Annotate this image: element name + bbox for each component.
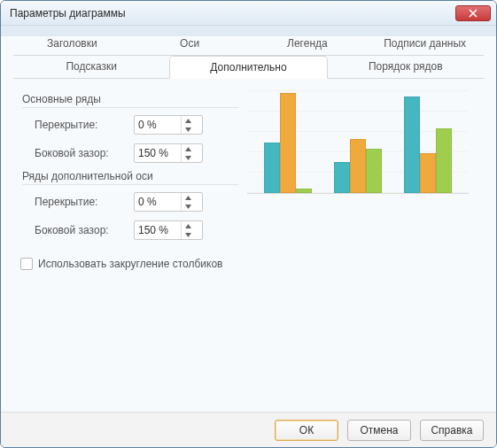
rounded-columns-label: Использовать закругление столбиков	[38, 258, 222, 270]
cancel-button[interactable]: Отмена	[347, 420, 411, 441]
rounded-columns-row: Использовать закругление столбиков	[20, 258, 238, 270]
spinner-buttons	[181, 193, 195, 211]
bar	[350, 139, 366, 193]
group-main-series: Основные ряды	[22, 93, 238, 108]
bar	[404, 97, 420, 193]
spin-up[interactable]	[182, 144, 195, 153]
dialog-footer: ОК Отмена Справка	[1, 412, 496, 447]
gap-label-2: Боковой зазор:	[35, 224, 134, 236]
tab-data-labels[interactable]: Подписи данных	[366, 33, 484, 55]
spin-up[interactable]	[182, 221, 195, 230]
bar	[420, 153, 436, 193]
chart-preview-column	[247, 89, 478, 406]
tabs-row-1: Заголовки Оси Легенда Подписи данных	[13, 33, 484, 56]
tab-series-order[interactable]: Порядок рядов	[328, 56, 484, 78]
overlap-main-input[interactable]	[135, 116, 181, 134]
spin-down[interactable]	[182, 125, 195, 134]
window-title: Параметры диаграммы	[10, 7, 455, 19]
tab-headers[interactable]: Заголовки	[13, 33, 131, 55]
overlap-label-2: Перекрытие:	[35, 196, 134, 208]
spin-up[interactable]	[182, 193, 195, 202]
spinner-buttons	[181, 144, 195, 162]
close-icon	[469, 9, 478, 18]
gap-main-input[interactable]	[135, 144, 181, 162]
tab-body: Основные ряды Перекрытие: Боковой зазор:	[13, 79, 484, 412]
overlap-secondary-spinner[interactable]	[134, 192, 203, 212]
gap-label: Боковой зазор:	[35, 147, 134, 159]
chart-plot-area	[247, 89, 469, 194]
tab-legend[interactable]: Легенда	[249, 33, 367, 55]
field-overlap-main: Перекрытие:	[35, 113, 238, 136]
gap-secondary-input[interactable]	[135, 221, 181, 239]
bar	[366, 149, 382, 193]
chart-preview	[247, 89, 469, 205]
bar	[264, 143, 280, 193]
overlap-main-spinner[interactable]	[134, 115, 203, 135]
bar	[280, 93, 296, 193]
field-overlap-secondary: Перекрытие:	[35, 190, 238, 213]
bar-group	[400, 97, 456, 193]
overlap-label: Перекрытие:	[35, 119, 134, 131]
spin-down[interactable]	[182, 202, 195, 211]
spin-up[interactable]	[182, 116, 195, 125]
tab-advanced[interactable]: Дополнительно	[169, 56, 327, 79]
tabs: Заголовки Оси Легенда Подписи данных Под…	[13, 33, 484, 79]
rounded-columns-checkbox[interactable]	[20, 258, 33, 270]
tabs-row-2: Подсказки Дополнительно Порядок рядов	[13, 56, 484, 79]
bar	[334, 162, 350, 193]
ok-button[interactable]: ОК	[275, 420, 338, 441]
gap-secondary-spinner[interactable]	[134, 220, 203, 240]
group-secondary-series: Ряды дополнительной оси	[22, 170, 238, 185]
field-gap-secondary: Боковой зазор:	[35, 219, 238, 242]
tab-tooltips[interactable]: Подсказки	[13, 56, 169, 78]
field-gap-main: Боковой зазор:	[35, 142, 238, 165]
overlap-secondary-input[interactable]	[135, 193, 181, 211]
dialog-content: Заголовки Оси Легенда Подписи данных Под…	[1, 26, 496, 412]
bar-group	[260, 93, 316, 193]
spin-down[interactable]	[182, 153, 195, 162]
close-button[interactable]	[455, 5, 491, 21]
gap-main-spinner[interactable]	[134, 143, 203, 163]
spinner-buttons	[181, 221, 195, 239]
titlebar: Параметры диаграммы	[1, 1, 496, 26]
spinner-buttons	[181, 116, 195, 134]
bar	[436, 128, 452, 193]
help-button[interactable]: Справка	[420, 420, 484, 441]
bar	[296, 189, 312, 193]
bar-group	[330, 139, 386, 193]
spin-down[interactable]	[182, 230, 195, 239]
tab-axes[interactable]: Оси	[131, 33, 249, 55]
dialog-window: Параметры диаграммы Заголовки Оси Легенд…	[0, 0, 497, 448]
form-column: Основные ряды Перекрытие: Боковой зазор:	[19, 89, 238, 406]
